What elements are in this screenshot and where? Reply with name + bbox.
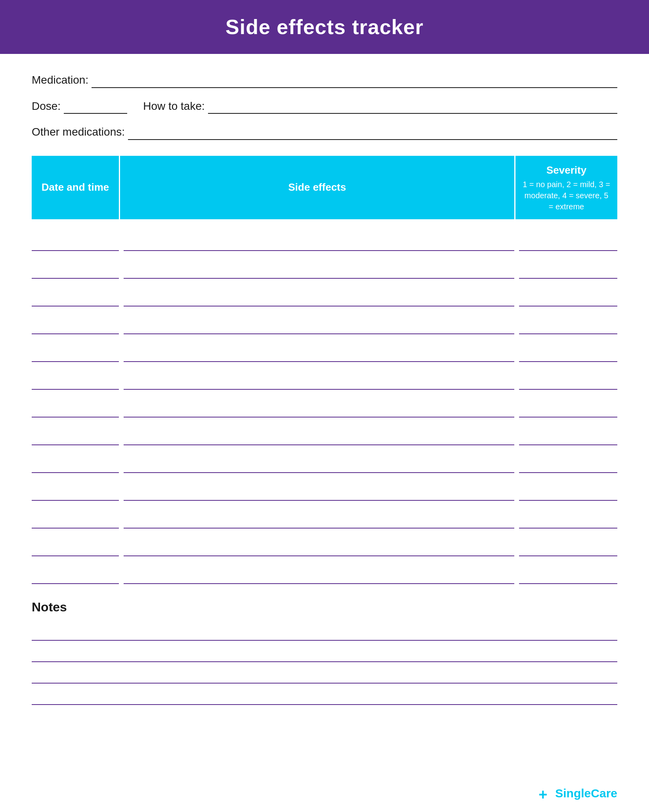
notes-label: Notes	[32, 600, 617, 615]
table-row	[32, 306, 617, 334]
dose-input[interactable]	[64, 103, 127, 114]
row-severity-cell	[519, 275, 617, 279]
row-side-effects-cell	[124, 386, 514, 390]
row-side-effects-cell	[124, 247, 514, 251]
row-severity-cell	[519, 247, 617, 251]
table-rows	[32, 223, 617, 584]
singlecare-logo: SingleCare	[538, 787, 617, 800]
medication-input[interactable]	[92, 77, 617, 88]
medication-label: Medication:	[32, 74, 88, 86]
row-date-cell	[32, 303, 119, 306]
col-header-severity: Severity 1 = no pain, 2 = mild, 3 = mode…	[514, 156, 617, 219]
table-row	[32, 390, 617, 417]
notes-line	[32, 621, 617, 641]
row-date-cell	[32, 414, 119, 417]
row-severity-cell	[519, 497, 617, 501]
row-severity-cell	[519, 441, 617, 445]
row-severity-cell	[519, 552, 617, 556]
howtotake-label: How to take:	[143, 100, 205, 113]
row-side-effects-cell	[124, 497, 514, 501]
footer: SingleCare	[0, 779, 649, 812]
table-row	[32, 279, 617, 306]
dose-label: Dose:	[32, 100, 61, 113]
table-row	[32, 362, 617, 390]
row-date-cell	[32, 469, 119, 473]
page: Side effects tracker Medication: Dose: H…	[0, 0, 649, 812]
dose-howtotake-row: Dose: How to take:	[32, 100, 617, 114]
row-severity-cell	[519, 580, 617, 584]
notes-line	[32, 664, 617, 684]
row-severity-cell	[519, 414, 617, 417]
table-row	[32, 334, 617, 362]
row-date-cell	[32, 441, 119, 445]
table-row	[32, 473, 617, 501]
row-side-effects-cell	[124, 414, 514, 417]
row-severity-cell	[519, 303, 617, 306]
table-row	[32, 251, 617, 279]
table-row	[32, 556, 617, 584]
row-date-cell	[32, 330, 119, 334]
table-row	[32, 445, 617, 473]
other-medications-input[interactable]	[128, 129, 617, 140]
row-date-cell	[32, 358, 119, 362]
other-medications-row: Other medications:	[32, 126, 617, 140]
notes-line	[32, 685, 617, 705]
header: Side effects tracker	[0, 0, 649, 54]
table-header: Date and time Side effects Severity 1 = …	[32, 156, 617, 219]
notes-section: Notes	[32, 600, 617, 705]
row-date-cell	[32, 580, 119, 584]
table-row	[32, 501, 617, 529]
fields-section: Medication: Dose: How to take: Other med…	[32, 74, 617, 140]
row-side-effects-cell	[124, 330, 514, 334]
medication-row: Medication:	[32, 74, 617, 88]
row-side-effects-cell	[124, 469, 514, 473]
row-severity-cell	[519, 386, 617, 390]
notes-line	[32, 642, 617, 662]
row-date-cell	[32, 497, 119, 501]
table-row	[32, 223, 617, 251]
table-row	[32, 529, 617, 556]
row-date-cell	[32, 552, 119, 556]
singlecare-cross-icon	[538, 787, 551, 800]
col-header-date: Date and time	[32, 156, 119, 219]
col-header-side-effects: Side effects	[119, 156, 514, 219]
row-date-cell	[32, 386, 119, 390]
notes-lines	[32, 621, 617, 705]
table-row	[32, 417, 617, 445]
row-date-cell	[32, 275, 119, 279]
row-side-effects-cell	[124, 441, 514, 445]
row-side-effects-cell	[124, 303, 514, 306]
row-severity-cell	[519, 469, 617, 473]
row-side-effects-cell	[124, 275, 514, 279]
row-date-cell	[32, 525, 119, 529]
row-side-effects-cell	[124, 358, 514, 362]
howtotake-input[interactable]	[208, 103, 617, 114]
row-side-effects-cell	[124, 580, 514, 584]
row-severity-cell	[519, 358, 617, 362]
row-date-cell	[32, 247, 119, 251]
content: Medication: Dose: How to take: Other med…	[0, 54, 649, 779]
row-side-effects-cell	[124, 525, 514, 529]
row-side-effects-cell	[124, 552, 514, 556]
singlecare-text: SingleCare	[555, 787, 617, 800]
row-severity-cell	[519, 525, 617, 529]
other-medications-label: Other medications:	[32, 126, 125, 138]
row-severity-cell	[519, 330, 617, 334]
page-title: Side effects tracker	[24, 15, 625, 39]
